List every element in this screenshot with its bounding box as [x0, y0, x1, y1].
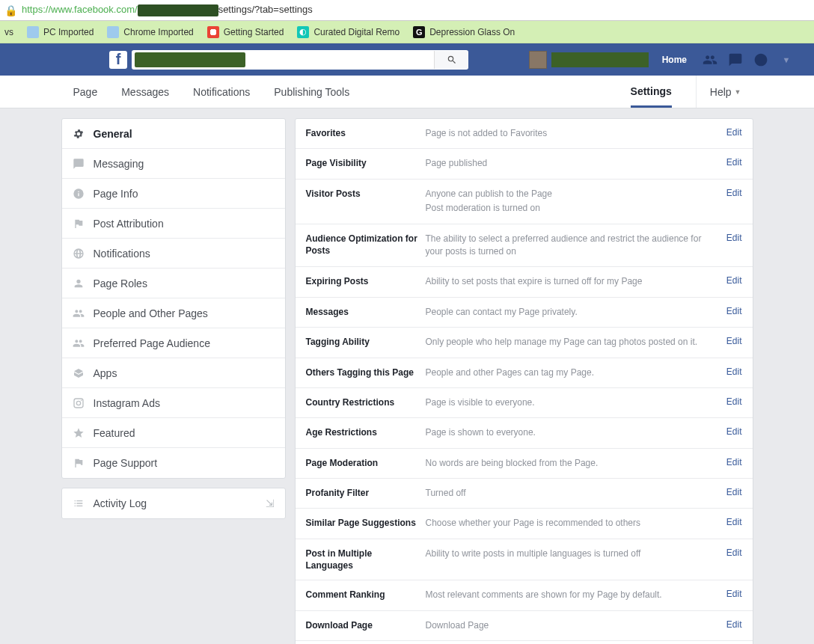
edit-link[interactable]: Edit [726, 157, 742, 170]
sidebar-group-settings: GeneralMessagingPage InfoPost Attributio… [61, 118, 286, 479]
people-icon [73, 307, 85, 319]
settings-row: Country RestrictionsPage is visible to e… [296, 388, 753, 418]
facebook-logo-icon[interactable]: f [109, 51, 127, 69]
url-redacted [138, 4, 218, 16]
settings-row-desc: Download Page [426, 619, 719, 632]
edit-link[interactable]: Edit [726, 548, 742, 571]
tab-messages[interactable]: Messages [121, 86, 169, 98]
sidebar-item-label: Messaging [94, 158, 144, 170]
messages-icon[interactable] [727, 52, 744, 68]
bookmark-item[interactable]: PC Imported [27, 26, 94, 38]
edit-link[interactable]: Edit [726, 487, 742, 500]
search-input[interactable] [132, 50, 468, 70]
settings-row: Tagging AbilityOnly people who help mana… [296, 328, 753, 358]
lock-icon: 🔒 [4, 4, 17, 16]
settings-row-desc-line: Page published [426, 157, 719, 170]
edit-link[interactable]: Edit [726, 457, 742, 470]
sidebar-item-apps[interactable]: Apps [62, 358, 285, 388]
bookmark-label: Chrome Imported [123, 27, 193, 37]
settings-row: Age RestrictionsPage is shown to everyon… [296, 418, 753, 448]
bookmark-item[interactable]: GDepression Glass On [413, 26, 515, 38]
sidebar-item-preferred-audience[interactable]: Preferred Page Audience [62, 328, 285, 358]
edit-link[interactable]: Edit [726, 619, 742, 632]
settings-row-label: Country Restrictions [306, 396, 426, 409]
bookmark-label: Depression Glass On [429, 27, 515, 37]
edit-link[interactable]: Edit [726, 336, 742, 349]
bookmark-item[interactable]: ◐Curated Digital Remo [297, 26, 400, 38]
browser-url-bar[interactable]: 🔒 https://www.facebook.com/settings/?tab… [0, 0, 814, 21]
settings-row-desc-line: Choose whether your Page is recommended … [426, 517, 719, 530]
home-link[interactable]: Home [662, 55, 687, 65]
settings-row-desc: People can contact my Page privately. [426, 306, 719, 319]
settings-row-label: Expiring Posts [306, 275, 426, 288]
star-icon [73, 427, 85, 439]
flag2-icon [73, 457, 85, 469]
url-prefix: https://www.facebook.com/ [22, 4, 138, 15]
profile-name-redacted[interactable] [551, 52, 649, 67]
tab-help[interactable]: Help ▼ [696, 76, 741, 108]
settings-row-label: Messages [306, 306, 426, 319]
search-button[interactable] [434, 51, 468, 69]
settings-row-desc: Anyone can publish to the PagePost moder… [426, 188, 719, 215]
settings-row-desc-line: Ability to write posts in multiple langu… [426, 548, 719, 560]
sidebar-item-page-info[interactable]: Page Info [62, 179, 285, 209]
settings-row-label: Download Page [306, 619, 426, 632]
tab-settings[interactable]: Settings [631, 85, 672, 108]
settings-sidebar: GeneralMessagingPage InfoPost Attributio… [61, 118, 286, 644]
settings-row-desc: Ability to write posts in multiple langu… [426, 548, 719, 571]
tab-notifications[interactable]: Notifications [193, 86, 250, 98]
settings-row-label: Age Restrictions [306, 426, 426, 439]
settings-row-label: Visitor Posts [306, 188, 426, 215]
sidebar-item-label: Page Roles [94, 277, 147, 289]
sidebar-item-activity-log[interactable]: Activity Log⇲ [62, 488, 285, 518]
sidebar-item-notifications[interactable]: Notifications [62, 239, 285, 269]
settings-row-desc: The ability to select a preferred audien… [426, 233, 719, 259]
friend-requests-icon[interactable] [702, 52, 718, 68]
sidebar-item-people-pages[interactable]: People and Other Pages [62, 298, 285, 328]
settings-row-desc-line: Most relevant comments are shown for my … [426, 589, 719, 601]
settings-row-desc-line: Only people who help manage my Page can … [426, 336, 719, 349]
edit-link[interactable]: Edit [726, 233, 742, 259]
settings-row-desc-line: The ability to select a preferred audien… [426, 233, 719, 259]
edit-link[interactable]: Edit [726, 589, 742, 601]
settings-row-desc: Ability to set posts that expire is turn… [426, 275, 719, 288]
edit-link[interactable]: Edit [726, 127, 742, 140]
settings-panel: FavoritesPage is not added to FavoritesE… [295, 118, 753, 644]
settings-row-label: Tagging Ability [306, 336, 426, 349]
url-suffix: settings/?tab=settings [218, 4, 313, 15]
settings-row-desc: Most relevant comments are shown for my … [426, 589, 719, 601]
edit-link[interactable]: Edit [726, 306, 742, 319]
sidebar-item-instagram[interactable]: Instagram Ads [62, 388, 285, 418]
edit-link[interactable]: Edit [726, 396, 742, 409]
edit-link[interactable]: Edit [726, 517, 742, 530]
sidebar-item-general[interactable]: General [62, 119, 285, 149]
sidebar-item-featured[interactable]: Featured [62, 418, 285, 448]
bookmark-item[interactable]: vs [4, 27, 13, 37]
edit-link[interactable]: Edit [726, 275, 742, 288]
facebook-header: f Home ▼ [0, 43, 814, 76]
tab-publishing-tools[interactable]: Publishing Tools [274, 86, 349, 98]
settings-row: FavoritesPage is not added to FavoritesE… [296, 119, 753, 149]
avatar[interactable] [529, 51, 547, 69]
bookmark-item[interactable]: Getting Started [207, 26, 284, 38]
edit-link[interactable]: Edit [726, 367, 742, 379]
chat-icon [73, 158, 85, 170]
edit-link[interactable]: Edit [726, 188, 742, 215]
settings-row-desc: Page is visible to everyone. [426, 396, 719, 409]
tab-page[interactable]: Page [73, 86, 98, 98]
sidebar-item-messaging[interactable]: Messaging [62, 149, 285, 179]
settings-row: Page ModerationNo words are being blocke… [296, 449, 753, 479]
site-icon: ◐ [297, 26, 309, 38]
list-icon [73, 497, 85, 509]
sidebar-item-page-support[interactable]: Page Support [62, 448, 285, 478]
settings-row: Audience Optimization for PostsThe abili… [296, 224, 753, 268]
notifications-icon[interactable] [753, 52, 769, 68]
account-menu-caret-icon[interactable]: ▼ [778, 52, 795, 68]
sidebar-item-page-roles[interactable]: Page Roles [62, 269, 285, 298]
edit-link[interactable]: Edit [726, 426, 742, 439]
tab-help-label: Help [710, 86, 732, 98]
bookmark-item[interactable]: Chrome Imported [107, 26, 193, 38]
settings-row-desc-line: People and other Pages can tag my Page. [426, 367, 719, 379]
instagram-icon [73, 397, 85, 409]
sidebar-item-post-attribution[interactable]: Post Attribution [62, 209, 285, 239]
